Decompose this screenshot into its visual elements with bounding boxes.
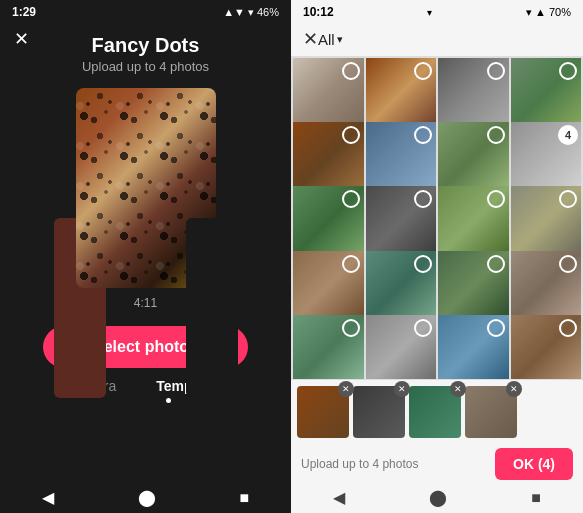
grid-cell-7[interactable]: [438, 122, 509, 193]
battery-left: 46%: [257, 6, 279, 18]
select-circle-16: [559, 255, 577, 273]
thumb-item-1[interactable]: ✕: [297, 386, 349, 438]
battery-right: 70%: [549, 6, 571, 18]
wifi-icon-right: ▾: [526, 6, 532, 19]
select-circle-2: [414, 62, 432, 80]
filter-label: All: [318, 31, 335, 48]
grid-cell-19[interactable]: [438, 315, 509, 379]
tab-dot-templates: [166, 398, 171, 403]
ok-button[interactable]: OK (4): [495, 448, 573, 480]
grid-cell-16[interactable]: [511, 251, 582, 322]
grid-cell-20[interactable]: [511, 315, 582, 379]
thumb-remove-1[interactable]: ✕: [338, 381, 354, 397]
grid-cell-8[interactable]: 4: [511, 122, 582, 193]
page-title: Fancy Dots: [82, 34, 209, 57]
close-button-left[interactable]: ✕: [14, 28, 29, 50]
select-circle-3: [487, 62, 505, 80]
select-circle-9: [342, 190, 360, 208]
tab-dot-camera: [121, 398, 126, 403]
back-icon-right[interactable]: ◀: [333, 488, 345, 507]
select-circle-5: [342, 126, 360, 144]
thumb-remove-3[interactable]: ✕: [450, 381, 466, 397]
grid-cell-14[interactable]: [366, 251, 437, 322]
title-section: Fancy Dots Upload up to 4 photos: [82, 34, 209, 74]
signal-icon: ▲▼: [223, 6, 245, 18]
left-panel: 1:29 ▲▼ ▾ 46% ✕ Fancy Dots Upload up to …: [0, 0, 291, 513]
signal-icon-right: ▲: [535, 6, 546, 18]
nav-bar-left: ◀ ⬤ ■: [0, 480, 291, 513]
thumb-remove-4[interactable]: ✕: [506, 381, 522, 397]
close-button-right[interactable]: ✕: [303, 28, 318, 50]
thumb-item-4[interactable]: ✕: [465, 386, 517, 438]
home-icon-left[interactable]: ⬤: [138, 488, 156, 507]
status-icons-left: ▲▼ ▾ 46%: [223, 6, 279, 19]
select-circle-13: [342, 255, 360, 273]
selected-thumbnails-bar: ✕ ✕ ✕ ✕: [291, 379, 583, 442]
status-bar-left: 1:29 ▲▼ ▾ 46%: [0, 0, 291, 24]
grid-cell-6[interactable]: [366, 122, 437, 193]
status-bar-right: 10:12 ▾ ▾ ▲ 70%: [291, 0, 583, 24]
grid-cell-1[interactable]: [293, 58, 364, 129]
select-circle-1: [342, 62, 360, 80]
thumb-item-3[interactable]: ✕: [409, 386, 461, 438]
thumb-item-2[interactable]: ✕: [353, 386, 405, 438]
upload-hint-left: Upload up to 4 photos: [82, 59, 209, 74]
thumb-remove-2[interactable]: ✕: [394, 381, 410, 397]
all-filter-dropdown[interactable]: All ▾: [318, 31, 343, 48]
left-content: Fancy Dots Upload up to 4 photos 4:11 Se…: [0, 24, 291, 480]
nav-bar-right: ◀ ⬤ ■: [291, 484, 583, 513]
grid-cell-11[interactable]: [438, 186, 509, 257]
select-circle-10: [414, 190, 432, 208]
chevron-down-icon: ▾: [337, 33, 343, 46]
right-panel: 10:12 ▾ ▾ ▲ 70% ✕ All ▾ 4: [291, 0, 583, 513]
select-circle-19: [487, 319, 505, 337]
recents-icon-left[interactable]: ■: [239, 489, 249, 507]
back-icon-left[interactable]: ◀: [42, 488, 54, 507]
photo-grid: 4: [291, 56, 583, 379]
wifi-icon: ▾: [248, 6, 254, 19]
grid-cell-10[interactable]: [366, 186, 437, 257]
status-icons-right: ▾ ▲ 70%: [526, 6, 571, 19]
select-circle-17: [342, 319, 360, 337]
grid-cell-12[interactable]: [511, 186, 582, 257]
grid-cell-13[interactable]: [293, 251, 364, 322]
select-circle-7: [487, 126, 505, 144]
down-arrow-icon: ▾: [427, 7, 432, 18]
select-circle-18: [414, 319, 432, 337]
time-right: 10:12: [303, 5, 334, 19]
select-circle-6: [414, 126, 432, 144]
grid-cell-5[interactable]: [293, 122, 364, 193]
grid-cell-4[interactable]: [511, 58, 582, 129]
select-circle-15: [487, 255, 505, 273]
tab-dot-row: [121, 398, 171, 409]
grid-cell-15[interactable]: [438, 251, 509, 322]
select-circle-20: [559, 319, 577, 337]
time-left: 1:29: [12, 5, 36, 19]
media-timestamp: 4:11: [134, 296, 157, 310]
home-icon-right[interactable]: ⬤: [429, 488, 447, 507]
select-circle-11: [487, 190, 505, 208]
side-panel-right: [186, 218, 238, 398]
grid-cell-17[interactable]: [293, 315, 364, 379]
select-circle-12: [559, 190, 577, 208]
grid-cell-2[interactable]: [366, 58, 437, 129]
grid-cell-18[interactable]: [366, 315, 437, 379]
grid-cell-3[interactable]: [438, 58, 509, 129]
right-header: ✕ All ▾: [291, 24, 583, 56]
recents-icon-right[interactable]: ■: [531, 489, 541, 507]
select-circle-14: [414, 255, 432, 273]
bottom-action-bar: Upload up to 4 photos OK (4): [291, 442, 583, 484]
select-circle-4: [559, 62, 577, 80]
grid-cell-9[interactable]: [293, 186, 364, 257]
upload-hint-right: Upload up to 4 photos: [301, 457, 418, 471]
